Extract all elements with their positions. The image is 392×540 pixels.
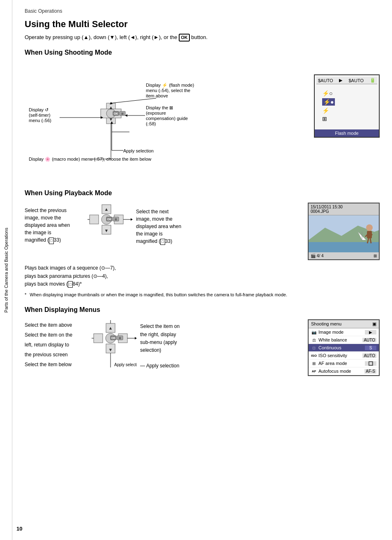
menus-diagram: Select the item above Select the item on… (25, 319, 301, 370)
shooting-mode-section: When Using Shooting Mode (25, 49, 380, 177)
sm-icon-autofocus: AF (311, 368, 317, 374)
page-title: Using the Multi Selector (25, 19, 380, 30)
sm-title-bar: Shooting menu ▣ (309, 320, 379, 328)
menus-label-right: Select the item onthe right, displaysub-… (140, 323, 204, 354)
main-content: Basic Operations Using the Multi Selecto… (12, 0, 392, 540)
playback-cam-bottom: 🎬 4/ 4 ⊞ (309, 252, 379, 259)
svg-text:(exposure: (exposure (146, 111, 166, 115)
ref-33a: □ (49, 238, 53, 244)
svg-text:(□58): (□58) (146, 121, 156, 126)
playback-landscape-svg (309, 215, 379, 252)
page-number: 10 (16, 526, 22, 532)
svg-text:▼: ▼ (104, 228, 109, 233)
sidebar-label: Parts of the Camera and Basic Operations (4, 228, 9, 313)
footnote-content: When displaying image thumbnails or when… (30, 291, 287, 298)
sm-title: Shooting menu (311, 321, 341, 327)
flash-mode-label: Flash mode (315, 129, 379, 137)
svg-text:item above: item above (146, 93, 168, 98)
flash-icon4: ⊞ (322, 115, 327, 122)
svg-text:▲: ▲ (108, 105, 113, 111)
svg-text:⊠: ⊠ (121, 112, 124, 115)
shooting-diagram-area: OK ⊠ ▲ ▼ Display ↺ (self-timer) men (25, 62, 306, 177)
svg-text:▲: ▲ (104, 207, 109, 212)
footnote-asterisk: * (25, 291, 26, 298)
svg-text:Display ⚡ (flash mode): Display ⚡ (flash mode) (146, 82, 194, 88)
svg-marker-75 (135, 337, 137, 339)
menus-dpad-area: OK ⊠ ▲ ▼ (92, 320, 137, 369)
svg-text:⊠: ⊠ (115, 218, 117, 221)
svg-line-19 (111, 98, 156, 103)
playback-cam-image (309, 215, 379, 252)
sm-row-autofocus: AF Autofocus mode AF-S (309, 367, 379, 375)
sidebar-tab: Parts of the Camera and Basic Operations (0, 0, 12, 540)
plays-back-text: Plays back images of a sequence (⊙―7),pl… (25, 264, 380, 288)
svg-text:Display 🌸 (macro mode) menu (: Display 🌸 (macro mode) menu (□57), choos… (29, 156, 151, 162)
sm-icon-continuous: □ (311, 345, 317, 351)
svg-text:▲: ▲ (108, 325, 113, 330)
menus-dpad-svg: OK ⊠ ▲ ▼ (92, 320, 137, 369)
shooting-mode-title: When Using Shooting Mode (25, 49, 380, 56)
footnote: * When displaying image thumbnails or wh… (25, 291, 380, 298)
ref-33b: □ (160, 239, 165, 245)
sm-row-white-balance: ⚖ White balance AUTO (309, 336, 379, 344)
playback-dpad-area: OK ⊠ ▲ ▼ (88, 203, 133, 248)
svg-text:OK: OK (111, 337, 116, 339)
menus-right-labels: Select the item onthe right, displaysub-… (140, 319, 204, 370)
svg-rect-38 (90, 215, 99, 224)
svg-text:Apply selection: Apply selection (123, 148, 154, 153)
svg-text:OK: OK (114, 112, 118, 115)
playback-label-prev: Select the previousimage, move thedispla… (25, 207, 84, 244)
flash-icon2: ⚡● (322, 98, 335, 106)
playback-cam-timestamp: 15/11/2011 15:30 0004.JPG (309, 203, 379, 215)
svg-text:Display ↺: Display ↺ (29, 107, 48, 112)
sm-row-image-mode: 📷 Image mode ▶ (309, 328, 379, 336)
camera-top-right: $AUTO (348, 78, 363, 83)
playback-dpad-svg: OK ⊠ ▲ ▼ (88, 203, 133, 248)
svg-text:menu (□54), select the: menu (□54), select the (146, 88, 190, 93)
menus-label-apply: — Apply selection (140, 362, 204, 370)
svg-text:▼: ▼ (109, 117, 113, 122)
menus-section: When Displaying Menus Select the item ab… (25, 306, 380, 376)
svg-text:⊠: ⊠ (119, 337, 121, 339)
svg-text:Apply selection: Apply selection (114, 362, 137, 367)
svg-line-61 (370, 238, 371, 243)
sm-row-iso: ISO ISO sensitivity AUTO (309, 352, 379, 360)
flash-mode-display: $AUTO ▶ $AUTO 🔋 ⚡○ ⚡● ⚡ ⊞ (314, 74, 380, 138)
playback-right-labels: Select the nextimage, move thedisplayed … (136, 206, 196, 245)
playback-camera-display: 15/11/2011 15:30 0004.JPG (308, 203, 380, 260)
flash-icon3: ⚡ (322, 107, 329, 114)
camera-icons: ⚡○ ⚡● ⚡ ⊞ (319, 87, 338, 125)
menus-left-labels: Select the item above Select the item on… (25, 320, 88, 369)
playback-mode-section: When Using Playback Mode Select the prev… (25, 189, 380, 298)
menus-label-below: Select the item below (25, 360, 88, 369)
camera-top-left: $AUTO (318, 78, 333, 83)
breadcrumb: Basic Operations (25, 8, 380, 14)
playback-cam-icon: ⊞ (374, 254, 377, 258)
sm-title-icon: ▣ (372, 321, 376, 327)
playback-left-labels: Select the previousimage, move thedispla… (25, 207, 84, 244)
menus-label-left: Select the item on theleft, return displ… (25, 330, 88, 360)
svg-text:compensation) guide: compensation) guide (146, 116, 188, 121)
camera-panel: $AUTO ▶ $AUTO 🔋 ⚡○ ⚡● ⚡ ⊞ (314, 74, 380, 138)
menus-title: When Displaying Menus (25, 306, 380, 314)
svg-text:OK: OK (107, 218, 112, 221)
svg-text:menu (□56): menu (□56) (29, 118, 51, 123)
camera-top-arrow: ▶ (339, 78, 342, 83)
playback-mode-title: When Using Playback Mode (25, 189, 380, 197)
svg-point-56 (366, 224, 373, 231)
camera-battery: 🔋 (370, 78, 376, 83)
intro-text: Operate by pressing up (▲), down (▼), le… (25, 34, 380, 42)
ok-button-ref: OK (179, 34, 190, 42)
ref-84: □ (68, 281, 72, 288)
svg-marker-50 (131, 218, 133, 221)
playback-label-next: Select the nextimage, move thedisplayed … (136, 208, 196, 245)
menus-label-above: Select the item above (25, 320, 88, 330)
sm-icon-af-area: ⊞ (311, 360, 317, 366)
svg-text:Display the ⊠: Display the ⊠ (146, 105, 173, 110)
sm-icon-camera: 📷 (311, 329, 317, 335)
svg-text:▼: ▼ (108, 347, 113, 352)
camera-top-bar: $AUTO ▶ $AUTO 🔋 (316, 77, 377, 84)
flash-icon: ⚡○ (322, 90, 332, 97)
sm-row-af-area: ⊞ AF area mode 🔲 (309, 360, 379, 367)
sm-icon-wb: ⚖ (311, 337, 317, 343)
